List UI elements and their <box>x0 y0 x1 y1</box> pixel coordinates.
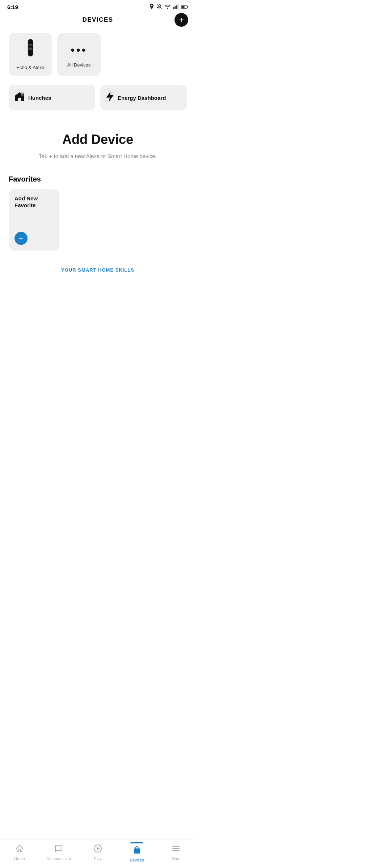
all-devices-label: All Devices <box>67 62 91 68</box>
svg-rect-2 <box>176 5 177 9</box>
smart-home-skills-section: YOUR SMART HOME SKILLS <box>0 258 196 280</box>
add-device-title: Add Device <box>14 132 181 147</box>
dots-icon: ••• <box>71 42 87 57</box>
echo-alexa-label: Echo & Alexa <box>16 65 44 70</box>
svg-rect-12 <box>29 49 33 50</box>
status-time: 6:19 <box>7 4 18 10</box>
add-device-section: Add Device Tap + to add a new Alexa or S… <box>0 118 196 171</box>
svg-rect-0 <box>173 7 174 9</box>
svg-rect-5 <box>187 6 188 7</box>
page-header: DEVICES + <box>0 13 196 29</box>
add-favorite-card[interactable]: Add New Favorite + <box>9 189 59 251</box>
hunches-icon <box>14 92 25 104</box>
svg-rect-3 <box>177 4 178 9</box>
status-icons <box>149 4 188 10</box>
energy-dashboard-button[interactable]: Energy Dashboard <box>100 85 187 110</box>
add-device-subtitle: Tap + to add a new Alexa or Smart Home d… <box>14 152 181 161</box>
lightning-icon <box>106 92 114 104</box>
wifi-icon <box>164 4 171 10</box>
all-devices-card[interactable]: ••• All Devices <box>57 33 101 76</box>
svg-rect-6 <box>181 6 184 8</box>
echo-icon <box>23 39 38 60</box>
status-bar: 6:19 <box>0 0 196 13</box>
svg-rect-1 <box>175 6 176 9</box>
svg-rect-10 <box>29 47 33 47</box>
device-categories: Echo & Alexa ••• All Devices <box>0 29 196 85</box>
svg-rect-7 <box>28 39 33 56</box>
bell-off-icon <box>156 4 162 10</box>
hunches-button[interactable]: Hunches <box>9 85 95 110</box>
echo-alexa-card[interactable]: Echo & Alexa <box>9 33 52 76</box>
add-favorite-button[interactable]: + <box>14 232 28 245</box>
favorites-heading: Favorites <box>9 175 187 183</box>
energy-dashboard-label: Energy Dashboard <box>118 95 166 101</box>
location-icon <box>149 4 154 10</box>
battery-icon <box>181 4 188 10</box>
add-device-button[interactable]: + <box>175 13 188 27</box>
signal-icon <box>173 4 179 10</box>
add-favorite-label: Add New Favorite <box>14 195 54 209</box>
page-title: DEVICES <box>82 16 113 24</box>
smart-home-skills-link[interactable]: YOUR SMART HOME SKILLS <box>61 267 134 273</box>
svg-rect-8 <box>29 44 33 45</box>
svg-rect-11 <box>29 48 33 49</box>
hunches-label: Hunches <box>28 95 51 101</box>
svg-rect-9 <box>29 46 33 46</box>
feature-row: Hunches Energy Dashboard <box>0 85 196 118</box>
favorites-section: Favorites Add New Favorite + <box>0 171 196 258</box>
